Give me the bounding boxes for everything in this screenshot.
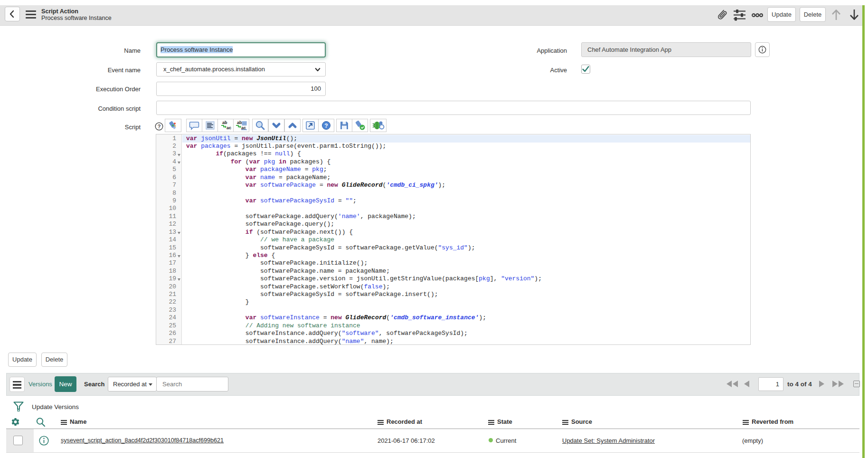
svg-text:?: ? <box>324 123 328 129</box>
svg-text:?: ? <box>158 124 161 129</box>
svg-text:ab: ab <box>222 120 227 125</box>
svg-text:ab: ab <box>237 120 242 125</box>
svg-text:ac: ac <box>226 125 231 130</box>
